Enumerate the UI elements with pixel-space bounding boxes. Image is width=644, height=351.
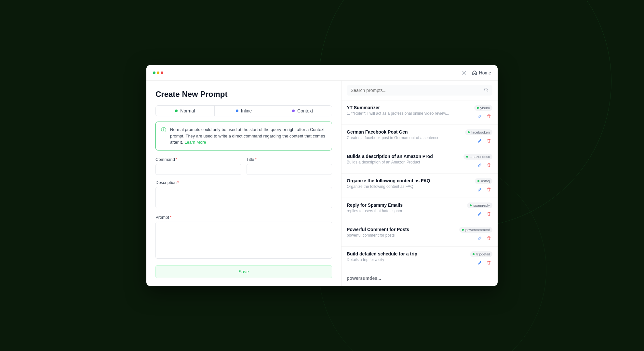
prompt-meta: facebooken — [465, 129, 492, 144]
command-input[interactable] — [155, 164, 241, 175]
app-header: Home — [146, 65, 498, 81]
title-input[interactable] — [247, 164, 332, 175]
list-item: Organize the following content as FAQ Or… — [342, 174, 498, 198]
tab-normal-dot — [175, 110, 178, 112]
badge-dot — [477, 107, 479, 109]
logo-dot-yellow — [157, 72, 159, 74]
badge-dot — [477, 180, 479, 182]
close-button[interactable] — [462, 70, 467, 75]
description-textarea[interactable] — [155, 187, 332, 208]
delete-icon — [487, 163, 491, 167]
delete-icon — [487, 236, 491, 240]
home-label: Home — [479, 70, 491, 75]
edit-icon — [477, 187, 482, 192]
prompt-content: Builds a description of an Amazon Prod B… — [347, 154, 460, 164]
prompt-group: Prompt* — [155, 215, 332, 260]
badge-dot — [468, 131, 470, 133]
save-button[interactable]: Save — [155, 265, 332, 278]
prompt-title: Reply for Spammy Emails — [347, 202, 463, 208]
edit-button[interactable] — [476, 162, 483, 169]
tab-normal[interactable]: Normal — [156, 106, 214, 116]
prompt-content: Organize the following content as FAQ Or… — [347, 178, 471, 189]
prompt-meta: ytsum — [474, 105, 492, 120]
list-item: YT Summarizer 1. **Role**: I will act as… — [342, 100, 498, 125]
prompt-content: German Facebook Post Gen Creates a faceb… — [347, 129, 461, 140]
prompt-actions — [476, 162, 492, 169]
prompt-meta: asfaq — [475, 178, 492, 193]
prompt-badge: ytsum — [474, 105, 492, 111]
delete-button[interactable] — [485, 113, 492, 120]
prompt-desc: Creates a facebook post in German out of… — [347, 136, 461, 140]
edit-button[interactable] — [476, 137, 483, 144]
delete-button[interactable] — [485, 162, 492, 169]
learn-more-button[interactable]: Learn More — [184, 140, 206, 145]
delete-button[interactable] — [485, 186, 492, 193]
prompt-textarea[interactable] — [155, 222, 332, 259]
title-label: Title* — [247, 157, 332, 162]
delete-button[interactable] — [485, 235, 492, 242]
edit-icon — [477, 163, 482, 167]
home-button[interactable]: Home — [472, 70, 491, 75]
list-item: Builds a description of an Amazon Prod B… — [342, 149, 498, 174]
tab-normal-label: Normal — [180, 108, 195, 113]
delete-button[interactable] — [485, 259, 492, 266]
app-window: Home Create New Prompt Normal Inline — [146, 65, 498, 286]
badge-dot — [473, 253, 475, 255]
edit-icon — [477, 138, 482, 143]
edit-icon — [477, 236, 482, 240]
prompt-desc: Builds a description of an Amazon Produc… — [347, 160, 460, 164]
delete-icon — [487, 187, 491, 192]
prompt-meta: amazondesc — [463, 154, 492, 169]
command-required: * — [176, 157, 177, 162]
badge-label: amazondesc — [470, 155, 490, 159]
edit-button[interactable] — [476, 113, 483, 120]
right-panel: YT Summarizer 1. **Role**: I will act as… — [342, 81, 498, 286]
tab-inline[interactable]: Inline — [215, 106, 273, 116]
badge-label: powercomment — [465, 228, 490, 232]
close-icon — [462, 70, 467, 75]
tab-context-label: Context — [297, 108, 313, 113]
tab-context[interactable]: Context — [273, 106, 332, 116]
delete-icon — [487, 138, 491, 143]
prompt-actions — [476, 137, 492, 144]
delete-button[interactable] — [485, 137, 492, 144]
prompt-desc: 1. **Role**: I will act as a professiona… — [347, 111, 470, 116]
tab-context-dot — [292, 110, 295, 112]
command-group: Command* — [155, 157, 241, 175]
prompt-desc: Details a trip for a city — [347, 257, 466, 262]
prompt-badge: facebooken — [465, 129, 492, 135]
prompt-title: German Facebook Post Gen — [347, 129, 461, 135]
title-group: Title* — [247, 157, 332, 175]
info-icon: ⓘ — [161, 127, 166, 146]
page-title: Create New Prompt — [155, 90, 332, 99]
badge-label: facebooken — [471, 130, 490, 134]
prompt-title: Build detailed schedule for a trip — [347, 251, 466, 256]
edit-button[interactable] — [476, 235, 483, 242]
prompt-title: Builds a description of an Amazon Prod — [347, 154, 460, 159]
delete-button[interactable] — [485, 210, 492, 217]
prompt-label: Prompt* — [155, 215, 332, 220]
tabs-container: Normal Inline Context — [155, 105, 332, 116]
badge-label: tripdetail — [476, 252, 490, 256]
badge-dot — [466, 156, 468, 158]
prompt-badge: powercomment — [459, 227, 492, 233]
header-actions: Home — [462, 70, 491, 75]
prompt-title: powersumdes... — [347, 276, 492, 281]
edit-button[interactable] — [476, 259, 483, 266]
prompt-content: powersumdes... — [347, 276, 492, 282]
info-box: ⓘ Normal prompts could only be used at t… — [155, 122, 332, 150]
delete-icon — [487, 260, 491, 265]
search-input[interactable] — [347, 85, 492, 96]
prompt-required: * — [170, 215, 171, 220]
prompt-badge: amazondesc — [463, 154, 492, 160]
prompt-actions — [476, 259, 492, 266]
edit-button[interactable] — [476, 210, 483, 217]
delete-icon — [487, 212, 491, 216]
command-label: Command* — [155, 157, 241, 162]
left-panel: Create New Prompt Normal Inline Context — [146, 81, 342, 286]
prompt-badge: tripdetail — [470, 251, 492, 257]
edit-button[interactable] — [476, 186, 483, 193]
prompt-desc: replies to users that hates spam — [347, 209, 463, 213]
prompt-badge: asfaq — [475, 178, 492, 184]
list-item: German Facebook Post Gen Creates a faceb… — [342, 125, 498, 149]
